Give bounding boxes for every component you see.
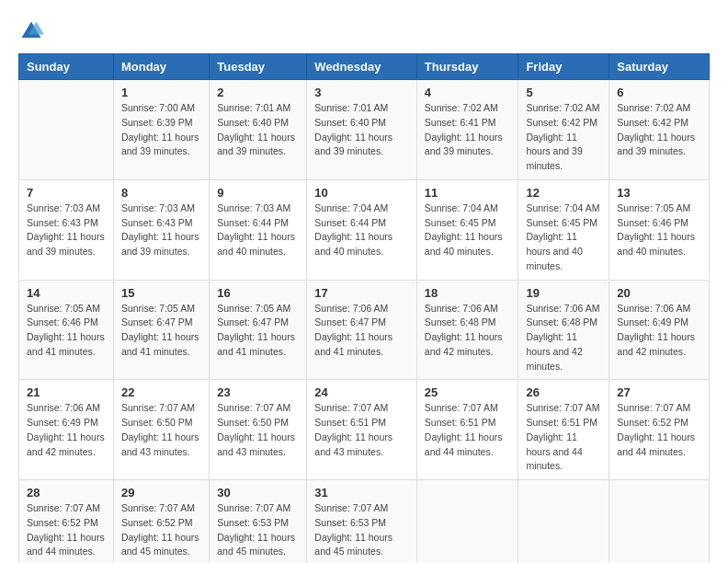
header-wednesday: Wednesday (307, 54, 417, 80)
day-detail: Sunrise: 7:07 AMSunset: 6:52 PMDaylight:… (617, 401, 701, 459)
day-number: 29 (121, 486, 201, 500)
day-number: 17 (314, 286, 409, 300)
day-detail: Sunrise: 7:06 AMSunset: 6:49 PMDaylight:… (617, 302, 701, 360)
day-detail: Sunrise: 7:03 AMSunset: 6:43 PMDaylight:… (121, 201, 201, 259)
day-cell (518, 480, 609, 564)
day-detail: Sunrise: 7:07 AMSunset: 6:50 PMDaylight:… (121, 401, 201, 459)
day-cell (416, 480, 518, 564)
day-number: 15 (121, 286, 201, 300)
day-detail: Sunrise: 7:07 AMSunset: 6:51 PMDaylight:… (526, 401, 601, 474)
week-row-4: 21Sunrise: 7:06 AMSunset: 6:49 PMDayligh… (19, 380, 710, 480)
day-detail: Sunrise: 7:07 AMSunset: 6:52 PMDaylight:… (121, 501, 201, 559)
day-cell (609, 480, 710, 564)
day-cell: 29Sunrise: 7:07 AMSunset: 6:52 PMDayligh… (113, 480, 209, 564)
day-number: 11 (425, 186, 511, 200)
day-cell: 17Sunrise: 7:06 AMSunset: 6:47 PMDayligh… (307, 280, 417, 380)
day-number: 5 (526, 86, 601, 99)
day-number: 22 (121, 385, 201, 399)
day-number: 13 (617, 186, 701, 200)
day-cell: 9Sunrise: 7:03 AMSunset: 6:44 PMDaylight… (210, 179, 307, 280)
day-cell: 23Sunrise: 7:07 AMSunset: 6:50 PMDayligh… (210, 380, 307, 480)
day-number: 9 (217, 186, 299, 200)
day-cell: 25Sunrise: 7:07 AMSunset: 6:51 PMDayligh… (416, 380, 518, 480)
day-number: 20 (617, 286, 701, 300)
day-number: 25 (425, 385, 511, 399)
day-cell (19, 80, 114, 180)
day-detail: Sunrise: 7:06 AMSunset: 6:48 PMDaylight:… (425, 302, 511, 360)
day-cell: 13Sunrise: 7:05 AMSunset: 6:46 PMDayligh… (609, 179, 710, 280)
day-cell: 20Sunrise: 7:06 AMSunset: 6:49 PMDayligh… (609, 280, 710, 380)
day-cell: 4Sunrise: 7:02 AMSunset: 6:41 PMDaylight… (416, 80, 518, 180)
day-cell: 30Sunrise: 7:07 AMSunset: 6:53 PMDayligh… (210, 480, 307, 564)
day-cell: 26Sunrise: 7:07 AMSunset: 6:51 PMDayligh… (518, 380, 609, 480)
day-detail: Sunrise: 7:04 AMSunset: 6:45 PMDaylight:… (526, 201, 601, 274)
day-number: 18 (425, 286, 511, 300)
day-detail: Sunrise: 7:07 AMSunset: 6:53 PMDaylight:… (314, 501, 409, 559)
day-number: 23 (217, 385, 299, 399)
day-cell: 12Sunrise: 7:04 AMSunset: 6:45 PMDayligh… (518, 179, 609, 280)
day-detail: Sunrise: 7:02 AMSunset: 6:41 PMDaylight:… (425, 101, 511, 159)
day-detail: Sunrise: 7:02 AMSunset: 6:42 PMDaylight:… (526, 101, 601, 174)
day-cell: 27Sunrise: 7:07 AMSunset: 6:52 PMDayligh… (609, 380, 710, 480)
day-detail: Sunrise: 7:07 AMSunset: 6:53 PMDaylight:… (217, 501, 299, 559)
day-cell: 14Sunrise: 7:05 AMSunset: 6:46 PMDayligh… (19, 280, 114, 380)
day-cell: 6Sunrise: 7:02 AMSunset: 6:42 PMDaylight… (609, 80, 710, 180)
day-cell: 21Sunrise: 7:06 AMSunset: 6:49 PMDayligh… (19, 380, 114, 480)
day-cell: 31Sunrise: 7:07 AMSunset: 6:53 PMDayligh… (307, 480, 417, 564)
day-detail: Sunrise: 7:07 AMSunset: 6:50 PMDaylight:… (217, 401, 299, 459)
day-cell: 3Sunrise: 7:01 AMSunset: 6:40 PMDaylight… (307, 80, 417, 180)
day-cell: 5Sunrise: 7:02 AMSunset: 6:42 PMDaylight… (518, 80, 609, 180)
week-row-2: 7Sunrise: 7:03 AMSunset: 6:43 PMDaylight… (19, 179, 710, 280)
day-cell: 7Sunrise: 7:03 AMSunset: 6:43 PMDaylight… (19, 179, 114, 280)
header-saturday: Saturday (609, 54, 710, 80)
day-number: 7 (27, 186, 106, 200)
day-number: 26 (526, 385, 601, 399)
header-monday: Monday (113, 54, 209, 80)
day-number: 4 (425, 86, 511, 99)
day-cell: 8Sunrise: 7:03 AMSunset: 6:43 PMDaylight… (113, 179, 209, 280)
day-cell: 24Sunrise: 7:07 AMSunset: 6:51 PMDayligh… (307, 380, 417, 480)
day-detail: Sunrise: 7:05 AMSunset: 6:46 PMDaylight:… (27, 302, 106, 360)
header-tuesday: Tuesday (210, 54, 307, 80)
day-detail: Sunrise: 7:06 AMSunset: 6:49 PMDaylight:… (27, 401, 106, 459)
day-cell: 16Sunrise: 7:05 AMSunset: 6:47 PMDayligh… (210, 280, 307, 380)
week-row-5: 28Sunrise: 7:07 AMSunset: 6:52 PMDayligh… (19, 480, 710, 564)
day-number: 3 (314, 86, 409, 99)
day-detail: Sunrise: 7:03 AMSunset: 6:44 PMDaylight:… (217, 201, 299, 259)
day-number: 27 (617, 385, 701, 399)
header-thursday: Thursday (416, 54, 518, 80)
day-cell: 22Sunrise: 7:07 AMSunset: 6:50 PMDayligh… (113, 380, 209, 480)
day-number: 28 (27, 486, 106, 500)
day-detail: Sunrise: 7:04 AMSunset: 6:44 PMDaylight:… (314, 201, 409, 259)
day-detail: Sunrise: 7:06 AMSunset: 6:47 PMDaylight:… (314, 302, 409, 360)
day-number: 12 (526, 186, 601, 200)
week-row-3: 14Sunrise: 7:05 AMSunset: 6:46 PMDayligh… (19, 280, 710, 380)
day-number: 24 (314, 385, 409, 399)
day-detail: Sunrise: 7:04 AMSunset: 6:45 PMDaylight:… (425, 201, 511, 259)
page-header (18, 18, 710, 44)
day-number: 30 (217, 486, 299, 500)
day-detail: Sunrise: 7:07 AMSunset: 6:51 PMDaylight:… (425, 401, 511, 459)
day-detail: Sunrise: 7:06 AMSunset: 6:48 PMDaylight:… (526, 302, 601, 374)
day-number: 19 (526, 286, 601, 300)
header-sunday: Sunday (19, 54, 114, 80)
day-number: 10 (314, 186, 409, 200)
day-cell: 11Sunrise: 7:04 AMSunset: 6:45 PMDayligh… (416, 179, 518, 280)
day-number: 21 (27, 385, 106, 399)
day-number: 6 (617, 86, 701, 99)
logo-icon (18, 18, 44, 44)
header-friday: Friday (518, 54, 609, 80)
day-detail: Sunrise: 7:07 AMSunset: 6:52 PMDaylight:… (27, 501, 106, 559)
day-cell: 28Sunrise: 7:07 AMSunset: 6:52 PMDayligh… (19, 480, 114, 564)
day-cell: 2Sunrise: 7:01 AMSunset: 6:40 PMDaylight… (210, 80, 307, 180)
day-number: 1 (121, 86, 201, 99)
day-detail: Sunrise: 7:01 AMSunset: 6:40 PMDaylight:… (217, 101, 299, 159)
day-cell: 15Sunrise: 7:05 AMSunset: 6:47 PMDayligh… (113, 280, 209, 380)
day-cell: 19Sunrise: 7:06 AMSunset: 6:48 PMDayligh… (518, 280, 609, 380)
day-number: 8 (121, 186, 201, 200)
day-number: 16 (217, 286, 299, 300)
day-number: 2 (217, 86, 299, 99)
day-number: 14 (27, 286, 106, 300)
day-cell: 1Sunrise: 7:00 AMSunset: 6:39 PMDaylight… (113, 80, 209, 180)
logo (18, 18, 48, 44)
